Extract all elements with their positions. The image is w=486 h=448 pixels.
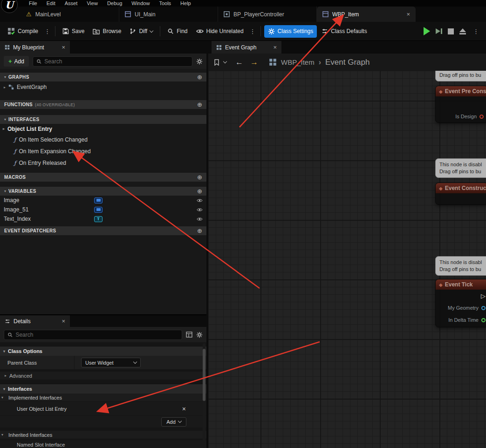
nav-forward-button[interactable]: → xyxy=(250,58,258,67)
panel-settings-gear-icon[interactable] xyxy=(196,58,203,65)
menu-item-help[interactable]: Help xyxy=(176,0,196,7)
bool-output-pin[interactable] xyxy=(479,115,484,119)
details-view-options-icon[interactable] xyxy=(186,332,192,338)
category-class-options[interactable]: ▾ Class Options xyxy=(0,346,206,356)
section-graphs[interactable]: ▾ GRAPHS ⊕ xyxy=(0,73,206,81)
graph-grid-icon xyxy=(216,45,222,50)
warning-icon: ⚠ xyxy=(26,11,32,18)
interface-item-on-item-selection-changed[interactable]: ƒ On Item Selection Changed xyxy=(0,134,206,145)
visibility-eye-icon[interactable] xyxy=(197,217,203,221)
interface-group-object-list-entry[interactable]: ▸ Object List Entry xyxy=(0,124,206,134)
asset-tab-bp-playercontroller[interactable]: BP_PlayerController xyxy=(218,7,317,22)
close-icon[interactable]: × xyxy=(273,44,277,51)
search-input[interactable] xyxy=(44,58,189,65)
category-interfaces[interactable]: ▾ Interfaces xyxy=(0,384,206,394)
visibility-eye-icon[interactable] xyxy=(197,198,203,203)
add-button[interactable]: + Add xyxy=(4,56,29,67)
image-type-icon[interactable] xyxy=(94,207,103,213)
breadcrumb-asset[interactable]: WBP_Item xyxy=(281,58,315,66)
left-column: My Blueprint × + Add ▾ GRAPHS xyxy=(0,41,206,448)
menu-item-view[interactable]: View xyxy=(82,0,103,7)
advanced-row[interactable]: ▸ Advanced xyxy=(0,372,206,380)
text-type-icon[interactable]: T xyxy=(94,216,103,222)
close-icon[interactable]: × xyxy=(62,318,65,325)
interface-item-on-item-expansion-changed[interactable]: ƒ On Item Expansion Changed xyxy=(0,145,206,157)
tab-label: Details xyxy=(14,318,31,325)
image-type-icon[interactable] xyxy=(94,197,103,204)
section-event-dispatchers[interactable]: EVENT DISPATCHERS ⊕ xyxy=(0,226,206,235)
class-settings-button[interactable]: Class Settings xyxy=(264,25,317,38)
menu-item-asset[interactable]: Asset xyxy=(60,0,82,7)
menu-item-edit[interactable]: Edit xyxy=(42,0,60,7)
advanced-label: Advanced xyxy=(9,373,32,379)
details-settings-gear-icon[interactable] xyxy=(196,332,203,338)
node-title: Event Pre Cons xyxy=(445,88,486,95)
details-panel: Details × ▾ Class Options xyxy=(0,314,206,448)
inherited-interface-named-slot[interactable]: Named Slot Interface xyxy=(0,440,206,448)
add-function-icon[interactable]: ⊕ xyxy=(197,101,202,108)
section-interfaces[interactable]: ▾ INTERFACES xyxy=(0,115,206,124)
class-defaults-button[interactable]: Class Defaults xyxy=(318,25,370,37)
close-icon[interactable]: × xyxy=(406,11,410,18)
save-button[interactable]: Save xyxy=(59,25,88,37)
add-interface-button[interactable]: Add xyxy=(161,417,186,427)
hide-unrelated-options-icon[interactable]: ⋮ xyxy=(248,28,257,35)
implemented-interface-user-object-list-entry[interactable]: User Object List Entry × xyxy=(0,402,206,416)
blueprint-grid-icon xyxy=(5,45,10,50)
asset-tab-mainlevel[interactable]: ⚠ MainLevel xyxy=(21,7,119,22)
interface-item-on-entry-released[interactable]: ƒ On Entry Released xyxy=(0,157,206,169)
add-event-dispatcher-icon[interactable]: ⊕ xyxy=(197,227,202,234)
browse-button[interactable]: Browse xyxy=(89,25,125,37)
play-icon[interactable] xyxy=(424,27,430,35)
nav-back-button[interactable]: ← xyxy=(235,58,243,67)
hide-unrelated-button[interactable]: Hide Unrelated xyxy=(192,25,247,37)
node-event-pre-construct[interactable]: ◆ Event Pre Cons Is Design xyxy=(435,86,486,123)
close-icon[interactable]: × xyxy=(62,44,65,51)
menu-item-debug[interactable]: Debug xyxy=(103,0,127,7)
variable-row-image-51[interactable]: Image_51 xyxy=(0,205,206,214)
menu-bar: U File Edit Asset View Debug Window Tool… xyxy=(0,0,486,7)
inherited-interfaces-row[interactable]: ▾ Inherited Interfaces xyxy=(0,431,206,439)
compile-button[interactable]: Compile xyxy=(4,25,42,38)
remove-interface-icon[interactable]: × xyxy=(182,405,186,413)
find-button[interactable]: Find xyxy=(164,25,191,37)
tab-my-blueprint[interactable]: My Blueprint × xyxy=(0,41,70,54)
scrollbar-thumb[interactable] xyxy=(203,349,205,401)
node-event-construct[interactable]: ◆ Event Construc xyxy=(435,183,486,205)
tab-details[interactable]: Details × xyxy=(0,315,70,327)
bookmark-icon[interactable] xyxy=(214,59,219,66)
variable-row-image[interactable]: Image xyxy=(0,196,206,205)
tab-event-graph[interactable]: Event Graph × xyxy=(212,41,281,54)
menu-item-file[interactable]: File xyxy=(24,0,42,7)
variable-row-text-index[interactable]: Text_Index T xyxy=(0,214,206,224)
my-blueprint-search[interactable] xyxy=(33,56,192,67)
visibility-eye-icon[interactable] xyxy=(197,208,203,212)
asset-tab-ui-main[interactable]: UI_Main xyxy=(119,7,218,22)
section-macros[interactable]: MACROS ⊕ xyxy=(0,173,206,182)
add-graph-icon[interactable]: ⊕ xyxy=(197,74,202,81)
geometry-output-pin[interactable] xyxy=(481,306,486,310)
chevron-down-icon[interactable] xyxy=(223,60,227,63)
section-functions[interactable]: FUNCTIONS (40 OVERRIDABLE) ⊕ xyxy=(0,100,206,109)
details-scrollbar xyxy=(203,343,205,446)
add-macro-icon[interactable]: ⊕ xyxy=(197,174,202,181)
diff-button[interactable]: Diff xyxy=(126,25,157,37)
eject-icon[interactable] xyxy=(459,28,466,34)
add-variable-icon[interactable]: ⊕ xyxy=(197,188,202,195)
menu-item-window[interactable]: Window xyxy=(127,0,154,7)
search-input[interactable] xyxy=(15,332,178,338)
section-variables[interactable]: ▾ VARIABLES ⊕ xyxy=(0,187,206,196)
node-event-tick[interactable]: ◆ Event Tick ▷ My Geometry In Delta Time xyxy=(435,279,486,327)
menu-item-tools[interactable]: Tools xyxy=(154,0,176,7)
frame-skip-icon[interactable] xyxy=(436,28,442,34)
exec-output-pin[interactable]: ▷ xyxy=(481,292,486,299)
compile-options-icon[interactable]: ⋮ xyxy=(43,28,52,35)
play-options-icon[interactable]: ⋮ xyxy=(472,28,480,35)
float-output-pin[interactable] xyxy=(481,318,486,322)
eventgraph-item[interactable]: ▸ EventGraph xyxy=(0,81,206,93)
parent-class-dropdown[interactable]: User Widget xyxy=(81,358,141,367)
asset-tab-wbp-item[interactable]: WBP_Item × xyxy=(317,7,416,22)
implemented-interfaces-row[interactable]: ▾ Implemented Interfaces xyxy=(0,394,206,402)
details-search[interactable] xyxy=(4,330,182,340)
stop-icon[interactable] xyxy=(448,28,454,34)
